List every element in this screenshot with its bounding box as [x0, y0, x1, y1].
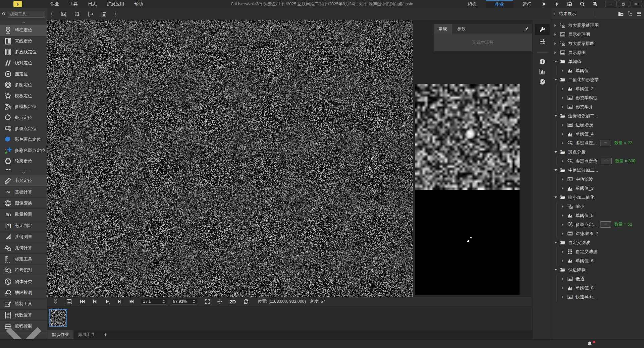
image-save-icon[interactable]	[66, 299, 72, 304]
caret-down-icon[interactable]	[554, 242, 558, 243]
caret-right-icon[interactable]	[562, 205, 566, 208]
tree-item-快速导向...[interactable]: 快速导向...	[552, 292, 644, 301]
search-icon[interactable]	[580, 1, 585, 7]
scroll-down-icon[interactable]	[0, 335, 47, 339]
center-crosshair-icon[interactable]	[217, 299, 223, 304]
tool-多圆定位[interactable]: 多圆定位	[0, 79, 47, 91]
caret-down-icon[interactable]	[554, 269, 558, 271]
tool-符号识别[interactable]: ID符号识别	[0, 265, 47, 276]
caret-down-icon[interactable]	[554, 115, 558, 117]
tool-绘制工具[interactable]: 绘制工具	[0, 298, 47, 309]
tree-item-缩小[interactable]: 缩小	[552, 202, 644, 211]
grip-handle-icon[interactable]	[50, 11, 53, 17]
tool-直线定位[interactable]: 直线定位	[0, 36, 47, 47]
caret-down-icon[interactable]	[554, 151, 558, 153]
menu-item-2[interactable]: 日志	[88, 1, 97, 7]
caret-right-icon[interactable]	[554, 42, 558, 45]
tool-多斑点定位[interactable]: 多斑点定位	[0, 123, 47, 134]
search-input[interactable]	[8, 11, 45, 18]
tool-多彩色斑点定位[interactable]: 多彩色斑点定位	[0, 145, 47, 156]
caret-right-icon[interactable]	[562, 287, 566, 289]
tree-item-放大展示处理图[interactable]: 放大展示处理图	[552, 21, 644, 30]
caret-right-icon[interactable]	[562, 124, 566, 126]
save-icon[interactable]	[101, 11, 107, 17]
tree-item-边缘增强加二...[interactable]: 边缘增强加二...	[552, 111, 644, 120]
noise-image[interactable]	[47, 20, 413, 297]
top-tab-相机[interactable]: 相机	[458, 0, 486, 8]
performance-gauge-icon[interactable]	[535, 76, 550, 87]
pin-icon[interactable]	[524, 26, 529, 31]
menu-item-0[interactable]: 作业	[50, 1, 59, 7]
notifications-off-icon[interactable]	[592, 1, 598, 7]
menu-icon[interactable]	[636, 11, 642, 17]
tree-item-放大展示原图[interactable]: 放大展示原图	[552, 39, 644, 48]
skip-first-icon[interactable]	[79, 299, 85, 304]
step-forward-icon[interactable]	[117, 299, 122, 304]
skip-last-icon[interactable]	[129, 299, 135, 304]
caret-right-icon[interactable]	[554, 33, 558, 36]
caret-right-icon[interactable]	[562, 187, 566, 190]
job-tab-频域工具[interactable]: 频域工具	[73, 330, 100, 339]
tool-多模板定位[interactable]: 多模板定位	[0, 101, 47, 112]
caret-right-icon[interactable]	[562, 97, 566, 99]
caret-right-icon[interactable]	[562, 106, 566, 108]
caret-right-icon[interactable]	[562, 278, 566, 280]
caret-right-icon[interactable]	[554, 24, 558, 27]
tree-item-二值化加形态学[interactable]: 二值化加形态学	[552, 75, 644, 84]
tree-item-单阈值[interactable]: 单阈值	[552, 57, 644, 66]
tools-wrench-icon[interactable]	[535, 24, 550, 35]
fit-view-icon[interactable]	[205, 299, 210, 304]
tree-item-多斑点定位[interactable]: 多斑点定位⋯数量 = 300	[552, 157, 644, 166]
top-tab-作业[interactable]: 作业	[486, 0, 513, 8]
grip-handle-icon[interactable]	[114, 11, 117, 17]
tree-item-单阈值_8[interactable]: 单阈值_8	[552, 283, 644, 292]
caret-right-icon[interactable]	[562, 142, 566, 144]
props-tab-常规[interactable]: 常规	[434, 24, 452, 34]
tool-缺陷检测[interactable]: 缺陷检测	[0, 287, 47, 298]
tree-item-中值滤波加二...[interactable]: 中值滤波加二...	[552, 166, 644, 175]
tree-item-斑点分析[interactable]: 斑点分析	[552, 148, 644, 157]
image-thumbnail[interactable]	[49, 309, 67, 327]
add-job-button[interactable]: +	[100, 330, 111, 339]
tree-item-单阈值[interactable]: 单阈值	[552, 66, 644, 75]
tree-item-展示原图[interactable]: 展示原图	[552, 48, 644, 57]
caret-right-icon[interactable]	[562, 250, 566, 253]
tool-线对定位[interactable]: 线对定位	[0, 58, 47, 69]
lightning-icon[interactable]	[554, 1, 559, 7]
tool-彩色斑点定位[interactable]: 彩色斑点定位	[0, 134, 47, 145]
tool-轮廓定位[interactable]: 轮廓定位	[0, 156, 47, 167]
props-tab-参数[interactable]: 参数	[452, 24, 471, 34]
caret-right-icon[interactable]	[562, 296, 566, 298]
tree-item-边缘增强[interactable]: 边缘增强	[552, 120, 644, 129]
tree-item-边缘增强_2[interactable]: 边缘增强_2	[552, 229, 644, 238]
tree-item-中值滤波[interactable]: 中值滤波	[552, 175, 644, 184]
tree-item-单阈值_2[interactable]: 单阈值_2	[552, 84, 644, 93]
caret-down-icon[interactable]	[554, 196, 558, 198]
caret-right-icon[interactable]	[554, 51, 558, 54]
spinner-arrows-icon[interactable]	[162, 300, 165, 303]
tree-item-单阈值_6[interactable]: 单阈值_6	[552, 256, 644, 265]
tool-圆定位[interactable]: 圆定位	[0, 68, 47, 79]
tree-item-自定义滤波[interactable]: 自定义滤波	[552, 247, 644, 256]
gear-icon[interactable]	[74, 11, 80, 17]
tree-item-缩小加二值化[interactable]: 缩小加二值化	[552, 193, 644, 202]
tree-item-自定义滤波[interactable]: 自定义滤波	[552, 238, 644, 247]
job-tab-默认作业[interactable]: 默认作业	[47, 330, 73, 339]
tool-几何测量[interactable]: 几何测量	[0, 231, 47, 242]
parameters-sliders-icon[interactable]	[535, 36, 550, 47]
tool-模板定位[interactable]: 模板定位	[0, 91, 47, 102]
tree-item-形态学腐蚀[interactable]: 形态学腐蚀	[552, 93, 644, 102]
tool-卡尺定位[interactable]: 卡尺定位	[0, 175, 47, 186]
tool-基础计算[interactable]: ∞基础计算	[0, 186, 47, 197]
histogram-chart-icon[interactable]	[535, 66, 550, 77]
info-icon[interactable]	[535, 56, 550, 67]
frame-spinner[interactable]: 1 / 1	[141, 298, 167, 305]
tool-几何计算[interactable]: 几何计算	[0, 242, 47, 253]
tree-item-低通[interactable]: 低通	[552, 274, 644, 283]
minimize-button[interactable]	[605, 1, 616, 7]
add-folder-icon[interactable]	[618, 11, 624, 17]
menu-item-1[interactable]: 工具	[69, 1, 78, 7]
image-tool-icon[interactable]	[61, 11, 67, 17]
tool-图像变换[interactable]: 图像变换	[0, 198, 47, 209]
tree-item-多斑点定...[interactable]: 多斑点定...⋯数量 = 22	[552, 138, 644, 148]
